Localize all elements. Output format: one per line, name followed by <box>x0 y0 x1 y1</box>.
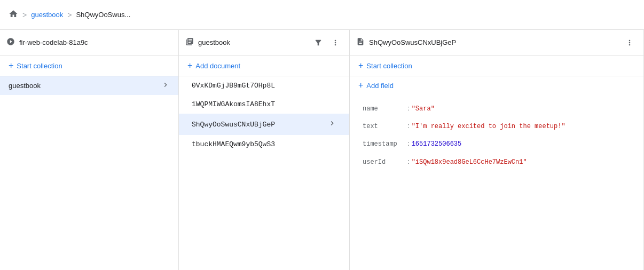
collection-item-guestbook[interactable]: guestbook <box>0 76 178 95</box>
start-collection-label: Start collection <box>17 62 62 70</box>
field-key-name: name <box>363 104 405 114</box>
breadcrumb-sep-2: > <box>67 11 72 19</box>
document-item-3[interactable]: tbuckHMAEQwm9yb5QwS3 <box>179 135 349 154</box>
field-row-timestamp: timestamp : 1651732506635 <box>350 135 643 153</box>
field-value-name: "Sara" <box>412 104 435 114</box>
field-row-userid: userId : "iSQw18x9ead8GeL6CcHe7WzEwCn1" <box>350 153 643 171</box>
add-field-button[interactable]: + Add field <box>350 76 643 96</box>
plus-icon: + <box>187 61 192 70</box>
project-header: fir-web-codelab-81a9c <box>0 30 178 55</box>
collections-list: guestbook <box>0 76 178 270</box>
fields-panel-header: ShQwyOoSwusCNxUBjGeP <box>350 30 643 55</box>
documents-panel: guestbook + Add document 0VxKDmGjJB9mGt7… <box>179 30 350 270</box>
plus-icon: + <box>9 61 13 70</box>
document-id: 1WQPMIWGAkomsIA8EhxT <box>192 100 275 108</box>
document-id: 0VxKDmGjJB9mGt7OHp8L <box>192 82 275 90</box>
more-vert-button[interactable] <box>328 35 343 50</box>
document-fields-panel: ShQwyOoSwusCNxUBjGeP + Start collection … <box>350 30 644 270</box>
field-value-userid: "iSQw18x9ead8GeL6CcHe7WzEwCn1" <box>412 157 527 168</box>
field-colon: : <box>407 156 410 168</box>
main-content: fir-web-codelab-81a9c + Start collection… <box>0 30 644 270</box>
add-document-label: Add document <box>195 62 240 70</box>
plus-icon: + <box>358 81 363 90</box>
add-document-button[interactable]: + Add document <box>179 55 349 76</box>
breadcrumb-sep-1: > <box>22 11 27 19</box>
breadcrumb-bar: > guestbook > ShQwyOoSwus... <box>0 0 644 30</box>
add-field-label: Add field <box>366 82 394 90</box>
filter-button[interactable] <box>311 35 326 50</box>
field-key-userid: userId <box>363 157 405 168</box>
chevron-right-icon <box>161 81 170 91</box>
collection-label: guestbook <box>9 82 41 90</box>
start-collection-button[interactable]: + Start collection <box>0 55 178 76</box>
field-value-text: "I'm really excited to join the meetup!" <box>412 122 566 132</box>
field-key-timestamp: timestamp <box>363 139 405 149</box>
breadcrumb-guestbook[interactable]: guestbook <box>31 11 63 19</box>
collections-panel: fir-web-codelab-81a9c + Start collection… <box>0 30 179 270</box>
field-colon: : <box>407 103 410 114</box>
field-row-text: text : "I'm really excited to join the m… <box>350 117 643 135</box>
field-row-name: name : "Sara" <box>350 100 643 117</box>
field-key-text: text <box>363 122 405 132</box>
document-id: ShQwyOoSwusCNxUBjGeP <box>192 121 275 129</box>
field-colon: : <box>407 138 410 149</box>
panel-actions <box>311 35 343 50</box>
panel-actions-right <box>622 35 637 50</box>
chevron-right-icon <box>328 119 336 130</box>
fields-list: name : "Sara" text : "I'm really excited… <box>350 96 643 270</box>
project-name: fir-web-codelab-81a9c <box>19 38 88 46</box>
document-item-2[interactable]: ShQwyOoSwusCNxUBjGeP <box>179 114 349 135</box>
document-icon <box>356 37 365 47</box>
document-id: tbuckHMAEQwm9yb5QwS3 <box>192 140 275 148</box>
plus-icon: + <box>358 61 363 70</box>
breadcrumb-current: ShQwyOoSwus... <box>76 11 130 19</box>
collection-icon <box>185 37 194 47</box>
start-collection-label-right: Start collection <box>366 62 412 70</box>
field-value-timestamp: 1651732506635 <box>412 139 462 149</box>
documents-panel-title: guestbook <box>198 38 307 46</box>
home-icon[interactable] <box>9 9 18 20</box>
document-item-1[interactable]: 1WQPMIWGAkomsIA8EhxT <box>179 95 349 114</box>
fields-panel-title: ShQwyOoSwusCNxUBjGeP <box>369 38 618 46</box>
document-item-0[interactable]: 0VxKDmGjJB9mGt7OHp8L <box>179 76 349 95</box>
project-icon <box>6 37 15 47</box>
documents-list: 0VxKDmGjJB9mGt7OHp8L 1WQPMIWGAkomsIA8Ehx… <box>179 76 349 270</box>
documents-panel-header: guestbook <box>179 30 349 55</box>
start-collection-button-right[interactable]: + Start collection <box>350 55 643 76</box>
field-colon: : <box>407 121 410 132</box>
more-vert-button-right[interactable] <box>622 35 637 50</box>
